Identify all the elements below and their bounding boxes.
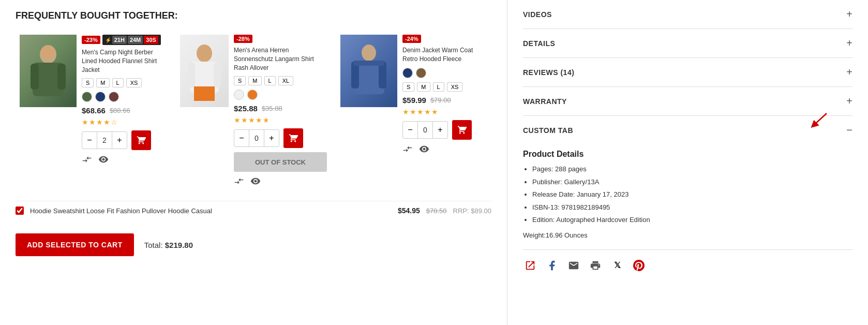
accordion-videos-label: VIDEOS xyxy=(523,10,552,19)
color-brown-1[interactable] xyxy=(109,92,119,102)
badge-row-3: -24% xyxy=(402,35,487,43)
price-current-2: $25.88 xyxy=(234,104,258,113)
bundle-item-name: Hoodie Sweatshirt Loose Fit Fashion Pull… xyxy=(30,207,392,215)
eye-icon-3 xyxy=(419,144,429,154)
svg-line-17 xyxy=(814,113,827,125)
qty-decrease-1[interactable]: − xyxy=(82,132,97,149)
size-l-3[interactable]: L xyxy=(433,82,444,92)
size-m-1[interactable]: M xyxy=(96,78,109,87)
color-row-2 xyxy=(234,90,327,100)
facebook-link-icon[interactable] xyxy=(545,258,559,273)
product-info-1: -23% ⚡ 21H 24M 30S Men's Camp Night Berb… xyxy=(82,35,167,165)
weight-text: Weight:16.96 Ounces xyxy=(523,231,852,239)
accordion-details-header[interactable]: DETAILS + xyxy=(523,29,852,57)
detail-edition: Edition: Autographed Hardcover Edition xyxy=(532,215,852,225)
size-xs-1[interactable]: XS xyxy=(126,78,142,87)
product-info-2: -28% Men's Arena Herren Sonnenschutz Lan… xyxy=(234,35,327,186)
compare-btn-1[interactable] xyxy=(82,154,92,165)
color-blue-1[interactable] xyxy=(95,92,106,102)
accordion-details-label: DETAILS xyxy=(523,39,555,48)
cart-icon-3 xyxy=(457,125,467,135)
size-s-2[interactable]: S xyxy=(234,76,246,85)
x-link-icon[interactable]: 𝕏 xyxy=(610,258,624,273)
product-name-2: Men's Arena Herren Sonnenschutz Langarm … xyxy=(234,46,327,72)
bundle-checkbox[interactable] xyxy=(16,206,24,215)
compare-btn-3[interactable] xyxy=(402,144,413,154)
quickview-btn-3[interactable] xyxy=(419,144,429,154)
add-to-cart-3[interactable] xyxy=(452,120,472,140)
qty-decrease-2[interactable]: − xyxy=(234,130,249,146)
size-xs-3[interactable]: XS xyxy=(447,82,463,92)
pinterest-link-icon[interactable] xyxy=(632,258,646,273)
timer-minutes-1: 24M xyxy=(128,36,143,44)
accordion-reviews-label: REVIEWS (14) xyxy=(523,68,574,77)
accordion-videos-plus-icon: + xyxy=(846,8,852,20)
action-icons-2 xyxy=(234,176,327,186)
qty-cart-row-2: − 0 + xyxy=(234,128,327,148)
accordion-reviews: REVIEWS (14) + xyxy=(523,58,852,87)
print-link-icon[interactable] xyxy=(588,258,603,273)
accordion-custom-tab: CUSTOM TAB − Product Details xyxy=(523,116,852,250)
qty-increase-3[interactable]: + xyxy=(433,122,447,138)
size-m-2[interactable]: M xyxy=(248,76,261,85)
accordion-videos-header[interactable]: VIDEOS + xyxy=(523,0,852,28)
qty-value-1: 2 xyxy=(97,132,112,149)
qty-increase-2[interactable]: + xyxy=(264,130,279,146)
bundle-rrp-label: RRP: $89.00 xyxy=(453,207,491,215)
qty-increase-1[interactable]: + xyxy=(112,132,127,149)
bundle-item-row: Hoodie Sweatshirt Loose Fit Fashion Pull… xyxy=(16,201,491,220)
social-icons-row: 𝕏 xyxy=(523,250,852,281)
color-tan-3[interactable] xyxy=(416,68,426,78)
qty-decrease-3[interactable]: − xyxy=(403,122,417,138)
color-green-1[interactable] xyxy=(82,92,92,102)
svg-rect-15 xyxy=(353,61,384,66)
detail-release-date: Release Date: January 17, 2023 xyxy=(532,189,852,200)
size-m-3[interactable]: M xyxy=(417,82,430,92)
svg-point-11 xyxy=(362,45,376,61)
badge-row-1: -23% ⚡ 21H 24M 30S xyxy=(82,35,167,45)
svg-rect-7 xyxy=(188,63,195,87)
add-to-cart-2[interactable] xyxy=(283,128,303,148)
products-row: -23% ⚡ 21H 24M 30S Men's Camp Night Berb… xyxy=(16,31,491,190)
size-xl-2[interactable]: XL xyxy=(278,76,293,85)
accordion-reviews-plus-icon: + xyxy=(846,66,852,78)
size-s-3[interactable]: S xyxy=(402,82,414,92)
share-link-icon[interactable] xyxy=(523,258,537,273)
size-s-1[interactable]: S xyxy=(82,78,94,87)
detail-pages: Pages: 288 pages xyxy=(532,164,852,174)
email-link-icon[interactable] xyxy=(566,258,581,273)
accordion-details: DETAILS + xyxy=(523,29,852,58)
size-l-2[interactable]: L xyxy=(264,76,276,85)
accordion-reviews-header[interactable]: REVIEWS (14) + xyxy=(523,58,852,86)
add-selected-to-cart-button[interactable]: ADD SELECTED TO CART xyxy=(16,233,134,256)
compare-icon-1 xyxy=(82,154,92,165)
price-old-3: $79.00 xyxy=(430,96,451,104)
compare-icon-2 xyxy=(234,176,244,186)
out-of-stock-btn-2: OUT OF STOCK xyxy=(234,152,327,172)
discount-badge-1: -23% xyxy=(82,36,100,44)
color-row-1 xyxy=(82,92,167,102)
qty-cart-row-1: − 2 + xyxy=(82,130,167,150)
compare-btn-2[interactable] xyxy=(234,176,244,186)
pinterest-icon xyxy=(633,260,645,271)
price-row-1: $68.66 $88.66 xyxy=(82,106,167,115)
stars-3: ★★★★★ xyxy=(402,108,487,116)
cart-icon-1 xyxy=(137,136,146,145)
product-image-1 xyxy=(20,35,77,107)
size-l-1[interactable]: L xyxy=(112,78,124,87)
total-label: Total: $219.80 xyxy=(144,241,193,249)
color-white-2[interactable] xyxy=(234,90,244,100)
svg-point-4 xyxy=(41,46,55,58)
detail-publisher: Publisher: Gallery/13A xyxy=(532,177,852,187)
price-row-2: $25.88 $35.88 xyxy=(234,104,327,113)
quickview-btn-2[interactable] xyxy=(250,176,261,186)
compare-icon-3 xyxy=(402,144,413,154)
add-to-cart-1[interactable] xyxy=(131,130,151,150)
color-orange-2[interactable] xyxy=(247,90,258,100)
product-info-3: -24% Denim Jacket Warm Coat Retro Hooded… xyxy=(402,35,487,154)
accordion-custom-tab-header[interactable]: CUSTOM TAB − xyxy=(523,116,852,144)
timer-hours-1: 21H xyxy=(112,36,127,44)
color-navy-3[interactable] xyxy=(402,68,413,78)
quickview-btn-1[interactable] xyxy=(98,154,109,165)
product-card-2: -28% Men's Arena Herren Sonnenschutz Lan… xyxy=(176,31,331,190)
